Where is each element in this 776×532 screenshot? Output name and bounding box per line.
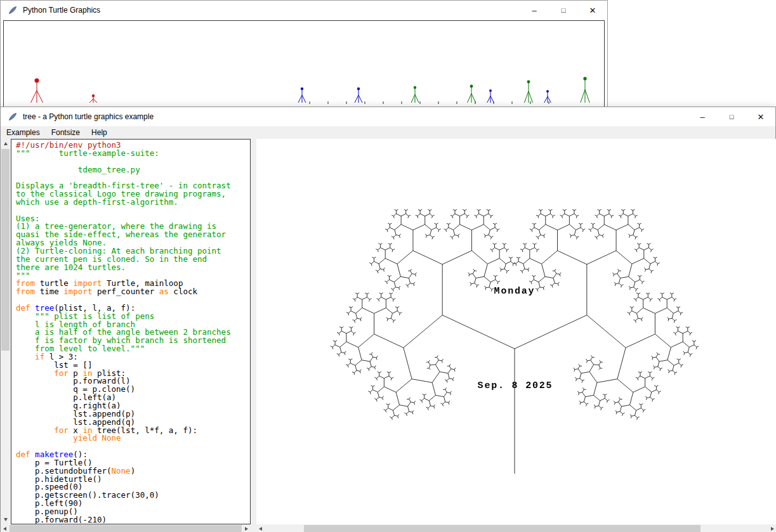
close-button[interactable]: ✕ — [746, 107, 775, 126]
scroll-up-arrow[interactable] — [1, 139, 10, 148]
front-window-title: tree - a Python turtle graphics example — [23, 112, 154, 121]
back-title-bar[interactable]: Python Turtle Graphics – □ ✕ — [1, 1, 607, 20]
front-title-bar[interactable]: tree - a Python turtle graphics example … — [1, 107, 775, 126]
turtle-figure — [298, 88, 306, 103]
turtle-figure — [30, 78, 43, 103]
scroll-down-arrow[interactable] — [1, 515, 10, 524]
code-vertical-scrollbar[interactable] — [1, 139, 10, 524]
scroll-left-arrow[interactable] — [1, 524, 9, 532]
weekday-label: Monday — [494, 286, 536, 297]
menu-item-examples[interactable]: Examples — [1, 127, 46, 138]
minimize-button[interactable]: – — [520, 1, 549, 20]
horizontal-scroll-thumb[interactable] — [304, 525, 700, 532]
maximize-button[interactable]: □ — [549, 1, 578, 20]
turtle-figure — [581, 77, 589, 103]
turtle-figure — [487, 89, 494, 103]
code-text-area[interactable]: #!/usr/bin/env python3""" turtle-example… — [11, 139, 251, 524]
turtle-figure — [524, 81, 532, 103]
date-label: Sep. 8 2025 — [478, 380, 553, 391]
turtle-figure — [467, 85, 475, 103]
turtle-figure — [89, 94, 97, 103]
vertical-scroll-thumb[interactable] — [1, 149, 10, 351]
canvas-horizontal-scrollbar[interactable] — [256, 524, 776, 532]
turtle-figure — [355, 88, 362, 103]
turtle-figure — [411, 86, 419, 103]
maximize-button[interactable]: □ — [717, 107, 746, 126]
fractal-tree-drawing — [256, 139, 776, 524]
horizontal-scroll-thumb[interactable] — [10, 525, 242, 532]
back-window-title: Python Turtle Graphics — [23, 6, 100, 15]
pane-sash[interactable] — [251, 139, 256, 532]
tree-demo-window: tree - a Python turtle graphics example … — [0, 107, 776, 532]
code-line: p.forward(-210) — [16, 516, 250, 524]
turtle-demo-canvas: Monday Sep. 8 2025 — [256, 139, 776, 524]
code-line — [16, 207, 250, 215]
tk-feather-icon — [8, 112, 18, 122]
code-line: tdemo_tree.py — [16, 166, 250, 174]
scroll-left-arrow[interactable] — [256, 524, 265, 532]
turtle-figure — [544, 90, 551, 103]
menu-item-fontsize[interactable]: Fontsize — [46, 127, 86, 138]
scroll-right-arrow[interactable] — [242, 524, 251, 532]
menu-item-help[interactable]: Help — [86, 127, 113, 138]
close-button[interactable]: ✕ — [578, 1, 607, 20]
code-line: which use a depth-first-algorithm. — [16, 198, 250, 207]
front-window-controls: – □ ✕ — [688, 107, 775, 126]
code-line: from time import perf_counter as clock — [16, 288, 250, 296]
back-window-controls: – □ ✕ — [520, 1, 607, 20]
scroll-right-arrow[interactable] — [768, 524, 776, 532]
minimize-button[interactable]: – — [688, 107, 717, 126]
code-horizontal-scrollbar[interactable] — [1, 524, 251, 532]
menu-bar: Examples Fontsize Help — [1, 126, 775, 139]
code-line: there are 1024 turtles. — [16, 264, 250, 272]
tk-feather-icon — [8, 5, 18, 15]
code-line: """ turtle-example-suite: — [16, 150, 250, 158]
code-line: yield None — [16, 434, 250, 443]
